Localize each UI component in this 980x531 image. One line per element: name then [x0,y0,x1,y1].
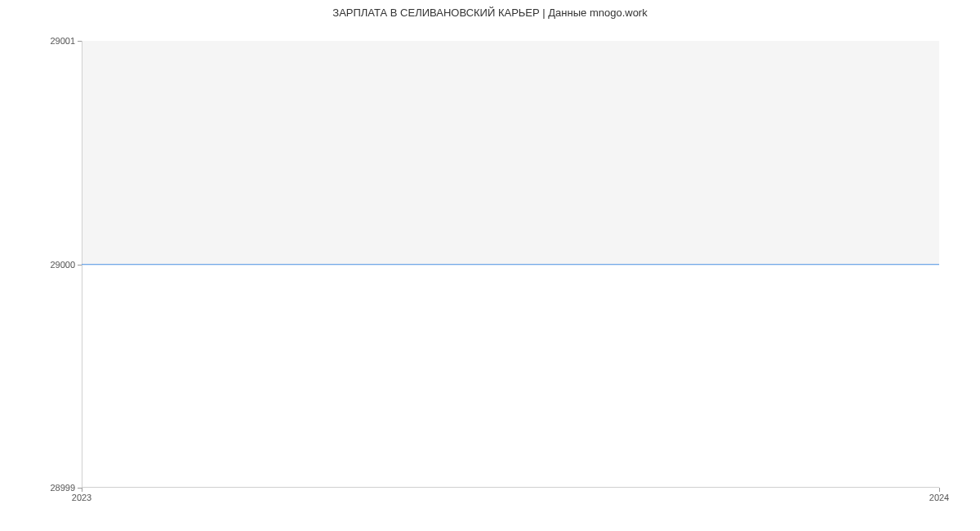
y-tick-label: 28999 [50,483,75,493]
x-tick-label: 2024 [929,493,949,502]
x-tick-mark [939,488,940,492]
y-tick-mark [78,41,82,42]
data-series-line [82,264,939,265]
y-tick-label: 29000 [50,260,75,270]
chart-title: ЗАРПЛАТА В СЕЛИВАНОВСКИЙ КАРЬЕР | Данные… [0,0,980,19]
chart-plot-area: 29001 29000 28999 2023 2024 [82,41,939,488]
y-tick-mark [78,265,82,266]
y-tick-label: 29001 [50,36,75,46]
x-tick-mark [82,488,82,492]
x-tick-label: 2023 [72,493,91,502]
